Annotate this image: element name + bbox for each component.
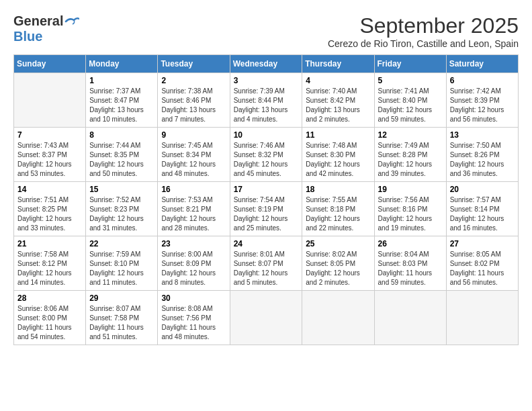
calendar-cell: 7Sunrise: 7:43 AMSunset: 8:37 PMDaylight… xyxy=(14,128,86,182)
calendar-cell: 25Sunrise: 8:02 AMSunset: 8:05 PMDayligh… xyxy=(302,236,374,291)
calendar-cell: 6Sunrise: 7:42 AMSunset: 8:39 PMDaylight… xyxy=(446,73,518,128)
day-number: 19 xyxy=(378,185,443,194)
day-info: Sunrise: 8:01 AMSunset: 8:07 PMDaylight:… xyxy=(234,250,299,287)
page-header: General Blue September 2025 Cerezo de Ri… xyxy=(13,13,519,49)
day-info: Sunrise: 7:57 AMSunset: 8:14 PMDaylight:… xyxy=(450,195,515,233)
day-info: Sunrise: 7:58 AMSunset: 8:12 PMDaylight:… xyxy=(17,250,82,287)
location-subtitle: Cerezo de Rio Tiron, Castille and Leon, … xyxy=(328,38,519,49)
day-info: Sunrise: 7:48 AMSunset: 8:30 PMDaylight:… xyxy=(306,141,370,179)
calendar-table: SundayMondayTuesdayWednesdayThursdayFrid… xyxy=(13,54,519,345)
header-sunday: Sunday xyxy=(14,55,86,73)
day-number: 8 xyxy=(89,130,154,140)
month-title: September 2025 xyxy=(328,13,519,38)
day-info: Sunrise: 8:02 AMSunset: 8:05 PMDaylight:… xyxy=(306,250,370,287)
calendar-cell: 14Sunrise: 7:51 AMSunset: 8:25 PMDayligh… xyxy=(14,182,86,236)
header-monday: Monday xyxy=(86,55,158,73)
logo-bird-icon xyxy=(64,16,79,27)
calendar-cell: 16Sunrise: 7:53 AMSunset: 8:21 PMDayligh… xyxy=(158,182,230,236)
calendar-cell: 21Sunrise: 7:58 AMSunset: 8:12 PMDayligh… xyxy=(14,236,86,291)
calendar-cell: 1Sunrise: 7:37 AMSunset: 8:47 PMDaylight… xyxy=(86,73,158,128)
day-info: Sunrise: 7:49 AMSunset: 8:28 PMDaylight:… xyxy=(378,141,443,179)
calendar-cell: 28Sunrise: 8:06 AMSunset: 8:00 PMDayligh… xyxy=(14,291,86,345)
calendar-cell: 10Sunrise: 7:46 AMSunset: 8:32 PMDayligh… xyxy=(230,128,302,182)
week-row-3: 14Sunrise: 7:51 AMSunset: 8:25 PMDayligh… xyxy=(14,182,519,236)
day-number: 28 xyxy=(17,293,82,303)
day-number: 4 xyxy=(306,76,370,85)
week-row-4: 21Sunrise: 7:58 AMSunset: 8:12 PMDayligh… xyxy=(14,236,519,291)
calendar-cell: 5Sunrise: 7:41 AMSunset: 8:40 PMDaylight… xyxy=(374,73,446,128)
day-number: 5 xyxy=(378,76,443,85)
day-info: Sunrise: 7:38 AMSunset: 8:46 PMDaylight:… xyxy=(161,87,226,124)
day-info: Sunrise: 7:44 AMSunset: 8:35 PMDaylight:… xyxy=(89,141,154,179)
header-row: SundayMondayTuesdayWednesdayThursdayFrid… xyxy=(14,55,519,73)
day-info: Sunrise: 7:45 AMSunset: 8:34 PMDaylight:… xyxy=(161,141,226,179)
calendar-cell xyxy=(230,291,302,345)
calendar-cell: 4Sunrise: 7:40 AMSunset: 8:42 PMDaylight… xyxy=(302,73,374,128)
title-section: September 2025 Cerezo de Rio Tiron, Cast… xyxy=(328,13,519,49)
day-info: Sunrise: 8:05 AMSunset: 8:02 PMDaylight:… xyxy=(450,250,515,287)
calendar-cell: 17Sunrise: 7:54 AMSunset: 8:19 PMDayligh… xyxy=(230,182,302,236)
day-number: 26 xyxy=(378,239,443,248)
calendar-cell: 9Sunrise: 7:45 AMSunset: 8:34 PMDaylight… xyxy=(158,128,230,182)
day-info: Sunrise: 8:08 AMSunset: 7:56 PMDaylight:… xyxy=(161,304,226,342)
week-row-1: 1Sunrise: 7:37 AMSunset: 8:47 PMDaylight… xyxy=(14,73,519,128)
calendar-cell: 24Sunrise: 8:01 AMSunset: 8:07 PMDayligh… xyxy=(230,236,302,291)
day-info: Sunrise: 8:00 AMSunset: 8:09 PMDaylight:… xyxy=(161,250,226,287)
day-info: Sunrise: 8:07 AMSunset: 7:58 PMDaylight:… xyxy=(89,304,154,342)
day-number: 11 xyxy=(306,130,370,140)
day-info: Sunrise: 7:40 AMSunset: 8:42 PMDaylight:… xyxy=(306,87,370,124)
day-number: 22 xyxy=(89,239,154,248)
day-info: Sunrise: 7:46 AMSunset: 8:32 PMDaylight:… xyxy=(234,141,299,179)
day-info: Sunrise: 8:04 AMSunset: 8:03 PMDaylight:… xyxy=(378,250,443,287)
day-number: 10 xyxy=(234,130,299,140)
day-number: 6 xyxy=(450,76,515,85)
day-number: 27 xyxy=(450,239,515,248)
day-info: Sunrise: 7:59 AMSunset: 8:10 PMDaylight:… xyxy=(89,250,154,287)
calendar-cell: 3Sunrise: 7:39 AMSunset: 8:44 PMDaylight… xyxy=(230,73,302,128)
day-number: 16 xyxy=(161,185,226,194)
header-thursday: Thursday xyxy=(302,55,374,73)
calendar-cell: 22Sunrise: 7:59 AMSunset: 8:10 PMDayligh… xyxy=(86,236,158,291)
day-info: Sunrise: 8:06 AMSunset: 8:00 PMDaylight:… xyxy=(17,304,82,342)
calendar-cell: 8Sunrise: 7:44 AMSunset: 8:35 PMDaylight… xyxy=(86,128,158,182)
calendar-cell: 30Sunrise: 8:08 AMSunset: 7:56 PMDayligh… xyxy=(158,291,230,345)
day-info: Sunrise: 7:55 AMSunset: 8:18 PMDaylight:… xyxy=(306,195,370,233)
calendar-cell xyxy=(14,73,86,128)
day-number: 25 xyxy=(306,239,370,248)
calendar-cell: 11Sunrise: 7:48 AMSunset: 8:30 PMDayligh… xyxy=(302,128,374,182)
day-number: 17 xyxy=(234,185,299,194)
day-info: Sunrise: 7:42 AMSunset: 8:39 PMDaylight:… xyxy=(450,87,515,124)
calendar-cell: 18Sunrise: 7:55 AMSunset: 8:18 PMDayligh… xyxy=(302,182,374,236)
header-friday: Friday xyxy=(374,55,446,73)
day-info: Sunrise: 7:50 AMSunset: 8:26 PMDaylight:… xyxy=(450,141,515,179)
calendar-cell: 12Sunrise: 7:49 AMSunset: 8:28 PMDayligh… xyxy=(374,128,446,182)
calendar-cell: 13Sunrise: 7:50 AMSunset: 8:26 PMDayligh… xyxy=(446,128,518,182)
calendar-cell xyxy=(446,291,518,345)
day-number: 13 xyxy=(450,130,515,140)
day-info: Sunrise: 7:52 AMSunset: 8:23 PMDaylight:… xyxy=(89,195,154,233)
day-info: Sunrise: 7:56 AMSunset: 8:16 PMDaylight:… xyxy=(378,195,443,233)
day-number: 14 xyxy=(17,185,82,194)
calendar-cell: 26Sunrise: 8:04 AMSunset: 8:03 PMDayligh… xyxy=(374,236,446,291)
calendar-cell: 20Sunrise: 7:57 AMSunset: 8:14 PMDayligh… xyxy=(446,182,518,236)
calendar-cell: 19Sunrise: 7:56 AMSunset: 8:16 PMDayligh… xyxy=(374,182,446,236)
day-info: Sunrise: 7:41 AMSunset: 8:40 PMDaylight:… xyxy=(378,87,443,124)
header-tuesday: Tuesday xyxy=(158,55,230,73)
calendar-cell xyxy=(302,291,374,345)
logo: General Blue xyxy=(13,13,79,44)
day-info: Sunrise: 7:39 AMSunset: 8:44 PMDaylight:… xyxy=(234,87,299,124)
day-number: 15 xyxy=(89,185,154,194)
day-info: Sunrise: 7:43 AMSunset: 8:37 PMDaylight:… xyxy=(17,141,82,179)
calendar-cell: 15Sunrise: 7:52 AMSunset: 8:23 PMDayligh… xyxy=(86,182,158,236)
day-info: Sunrise: 7:37 AMSunset: 8:47 PMDaylight:… xyxy=(89,87,154,124)
logo-general: General xyxy=(13,13,63,29)
day-number: 20 xyxy=(450,185,515,194)
day-number: 3 xyxy=(234,76,299,85)
calendar-cell xyxy=(374,291,446,345)
day-number: 1 xyxy=(89,76,154,85)
day-number: 18 xyxy=(306,185,370,194)
day-number: 23 xyxy=(161,239,226,248)
day-number: 12 xyxy=(378,130,443,140)
calendar-cell: 23Sunrise: 8:00 AMSunset: 8:09 PMDayligh… xyxy=(158,236,230,291)
day-info: Sunrise: 7:51 AMSunset: 8:25 PMDaylight:… xyxy=(17,195,82,233)
